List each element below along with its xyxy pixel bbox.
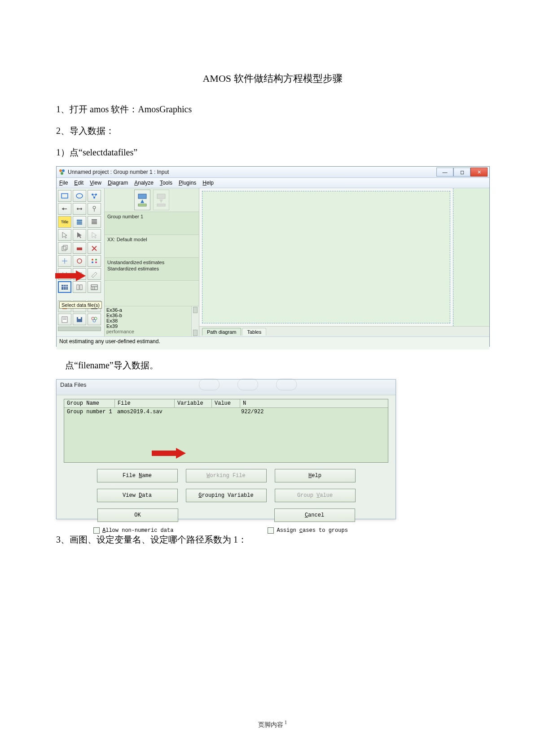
text-output-tool[interactable] — [58, 314, 71, 325]
ellipse-tool[interactable] — [73, 190, 86, 202]
menu-view[interactable]: View — [90, 180, 101, 186]
menu-edit[interactable]: Edit — [74, 180, 84, 186]
std-estimates-label: Standardized estimates — [106, 265, 197, 272]
step-3: 3、画图、设定变量名、设定哪个路径系数为 1： — [56, 532, 489, 547]
resize-tool[interactable] — [58, 255, 71, 267]
cell-file: amos2019.4.sav — [114, 408, 174, 416]
file-item[interactable]: Ex36-a — [106, 307, 197, 313]
data-files-dialog: Data Files Group Name File Variable Valu… — [56, 379, 396, 519]
tab-path-diagram[interactable]: Path diagram — [202, 328, 241, 336]
col-n: N — [240, 399, 388, 407]
svg-point-2 — [61, 172, 63, 175]
svg-rect-41 — [62, 285, 68, 290]
analysis-properties-tool[interactable] — [73, 281, 86, 293]
menu-help[interactable]: Help — [202, 180, 214, 186]
svg-rect-23 — [92, 222, 97, 223]
svg-point-36 — [95, 261, 97, 263]
delete-tool[interactable] — [88, 242, 101, 254]
unstd-estimates-label: Unstandardized estimates — [106, 259, 197, 265]
page-number: 1 — [285, 719, 287, 725]
footer-label: 页脚内容 — [258, 721, 283, 728]
diagram-area: Path diagram Tables — [199, 188, 489, 336]
dialog-title-bar[interactable]: Data Files — [57, 380, 396, 395]
text: ”导入数据。 — [110, 360, 158, 370]
svg-rect-66 — [157, 194, 165, 199]
minimize-button[interactable]: — — [436, 168, 453, 177]
view-data-button[interactable]: View Data — [97, 489, 178, 502]
maximize-button[interactable]: ◻ — [453, 168, 470, 177]
title-bar[interactable]: Unnamed project : Group number 1 : Input… — [57, 167, 489, 178]
amos-window: Unnamed project : Group number 1 : Input… — [56, 166, 490, 347]
text: selectdatafiles — [83, 147, 133, 157]
list2-tool[interactable] — [88, 216, 101, 228]
save-tool[interactable] — [73, 314, 86, 325]
path-tool[interactable] — [58, 203, 71, 215]
menu-diagram[interactable]: Diagram — [108, 180, 128, 186]
svg-point-1 — [62, 169, 65, 172]
help-button[interactable]: Help — [275, 469, 356, 482]
file-list[interactable]: Ex36-a Ex36-b Ex38 Ex39 performance — [105, 306, 199, 336]
move-tool[interactable] — [73, 242, 86, 254]
menu-tools[interactable]: Tools — [160, 180, 172, 186]
latent-tool[interactable] — [88, 190, 101, 202]
group-value-button[interactable]: Group Value — [275, 489, 356, 502]
text: amos — [90, 104, 109, 114]
copy-tool[interactable] — [58, 242, 71, 254]
error-tool[interactable] — [88, 203, 101, 215]
svg-rect-68 — [157, 204, 165, 206]
step-2-1: 1）点“selectdatafiles” — [56, 145, 489, 160]
svg-point-35 — [92, 261, 93, 263]
select-tool[interactable] — [58, 229, 71, 241]
file-item[interactable]: performance — [106, 329, 197, 334]
assign-cases-checkbox[interactable]: Assign cases to groups — [268, 527, 347, 534]
deselect-tool[interactable] — [88, 229, 101, 241]
svg-rect-25 — [62, 247, 66, 251]
file-item[interactable]: Ex36-b — [106, 313, 197, 318]
page-footer: 页脚内容1 — [0, 719, 545, 729]
list-tool[interactable] — [73, 216, 86, 228]
file-item[interactable]: Ex39 — [106, 323, 197, 329]
reflect-tool[interactable] — [88, 255, 101, 267]
file-item[interactable]: Ex38 — [106, 318, 197, 323]
text: 1、打开 — [56, 104, 90, 114]
group-panel[interactable]: Group number 1 — [105, 212, 199, 235]
rect-tool[interactable] — [58, 190, 71, 202]
menu-analyze[interactable]: Analyze — [134, 180, 154, 186]
select-all-tool[interactable] — [73, 229, 86, 241]
col-variable: Variable — [175, 399, 212, 407]
grid-header: Group Name File Variable Value N — [64, 399, 388, 408]
multigroup-tool[interactable] — [88, 314, 101, 325]
select-data-files-tool[interactable] — [58, 281, 71, 293]
svg-point-32 — [77, 259, 82, 263]
ok-button[interactable]: OK — [97, 508, 178, 522]
estimates-panel[interactable]: Unstandardized estimates Standardized es… — [105, 258, 199, 281]
output-diagram-button[interactable] — [153, 190, 169, 210]
cancel-button[interactable]: Cancel — [274, 508, 355, 522]
scrollbar[interactable] — [191, 306, 199, 336]
close-button[interactable]: ✕ — [470, 168, 488, 177]
canvas[interactable] — [202, 191, 450, 323]
svg-rect-21 — [92, 219, 97, 220]
touch-up-tool[interactable] — [88, 268, 101, 280]
menu-file[interactable]: File — [59, 180, 68, 186]
input-diagram-button[interactable] — [134, 190, 150, 210]
status-bar: Not estimating any user-defined estimand… — [57, 336, 489, 349]
tab-tables[interactable]: Tables — [242, 328, 266, 336]
text: filename — [78, 360, 110, 370]
working-file-button[interactable]: Working File — [186, 469, 267, 482]
model-panel[interactable]: XX: Default model — [105, 235, 199, 258]
svg-line-10 — [94, 195, 96, 198]
grid-row[interactable]: Group number 1 amos2019.4.sav 922/922 — [64, 408, 388, 416]
file-name-button[interactable]: File Name — [97, 469, 178, 482]
cov-tool[interactable] — [73, 203, 86, 215]
cell-variable — [174, 408, 211, 416]
menu-plugins[interactable]: Plugins — [179, 180, 196, 186]
title-tool[interactable]: Title — [58, 216, 71, 228]
annotation-arrow-icon — [55, 271, 87, 281]
app-icon — [58, 168, 66, 176]
file-grid[interactable]: Group Name File Variable Value N Group n… — [64, 399, 388, 463]
grouping-variable-button[interactable]: Grouping Variable — [186, 489, 267, 502]
group-label: Group number 1 — [106, 213, 197, 220]
rotate-tool[interactable] — [73, 255, 86, 267]
calculate-tool[interactable] — [88, 281, 101, 293]
